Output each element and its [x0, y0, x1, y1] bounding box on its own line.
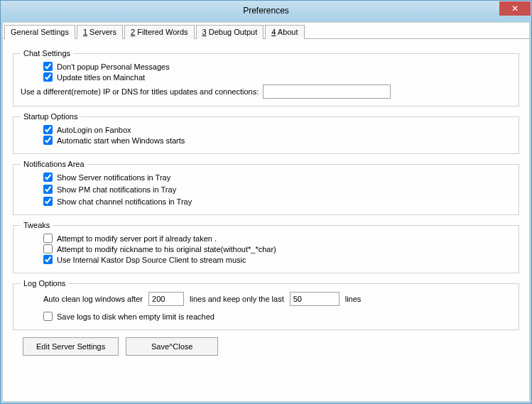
tab-servers[interactable]: 1 Servers	[77, 25, 123, 39]
tab-about[interactable]: 4 About	[265, 25, 304, 39]
titlebar: Preferences ✕	[1, 1, 531, 21]
checkbox-label: Attempt to modify nickname to his origin…	[57, 245, 276, 253]
checkbox-no-popup-pm[interactable]	[43, 62, 53, 71]
group-legend: Log Options	[21, 279, 68, 288]
tab-content: Chat Settings Don't popup Personal Messa…	[3, 42, 529, 363]
checkbox-update-titles[interactable]	[43, 72, 53, 82]
tab-filtered-words[interactable]: 2 Filtered Words	[124, 25, 195, 39]
preferences-window: Preferences ✕ General Settings 1 Servers…	[0, 0, 532, 404]
row-no-popup: Don't popup Personal Messages	[43, 62, 511, 71]
checkbox-notify-server[interactable]	[43, 173, 53, 182]
row-notify-server: Show Server notifications in Tray	[43, 173, 511, 182]
checkbox-label: Don't popup Personal Messages	[57, 62, 170, 71]
notifications-group: Notifications Area Show Server notificat…	[13, 160, 519, 215]
group-legend: Startup Options	[21, 112, 80, 121]
row-tweak-kastor: Use Internal Kastor Dsp Source Client to…	[43, 255, 511, 264]
log-keep-last-input[interactable]	[290, 292, 340, 306]
client-area: General Settings 1 Servers 2 Filtered Wo…	[2, 22, 530, 402]
checkbox-label: Automatic start when Windows starts	[57, 136, 185, 145]
checkbox-label: Save logs to disk when empty limit is re…	[57, 312, 215, 321]
checkbox-autologin[interactable]	[43, 125, 53, 134]
startup-options-group: Startup Options AutoLogin on Fanbox Auto…	[13, 112, 519, 154]
log-label-prefix: Auto clean log windows after	[43, 295, 143, 303]
row-log-save: Save logs to disk when empty limit is re…	[43, 312, 511, 321]
checkbox-tweak-kastor[interactable]	[43, 255, 53, 264]
tab-general-settings[interactable]: General Settings	[4, 25, 75, 39]
tabstrip: General Settings 1 Servers 2 Filtered Wo…	[3, 23, 529, 39]
row-autostart: Automatic start when Windows starts	[43, 136, 511, 145]
tab-label: Debug Output	[207, 28, 258, 36]
row-log-autoclean: Auto clean log windows after lines and k…	[43, 292, 511, 306]
row-tweak-nick: Attempt to modify nickname to his origin…	[43, 244, 511, 253]
close-icon: ✕	[511, 4, 519, 13]
checkbox-label: Show PM chat notifications in Tray	[57, 185, 176, 194]
button-row: Edit Server Settings Save^Close	[23, 337, 519, 356]
checkbox-tweak-port[interactable]	[43, 234, 53, 243]
checkbox-autostart[interactable]	[43, 136, 53, 145]
checkbox-tweak-nick[interactable]	[43, 244, 53, 253]
checkbox-label: AutoLogin on Fanbox	[57, 126, 131, 134]
ip-label: Use a different(remote) IP or DNS for ti…	[21, 87, 259, 96]
tab-label: Filtered Words	[135, 28, 188, 36]
row-remote-ip: Use a different(remote) IP or DNS for ti…	[21, 84, 511, 99]
chat-settings-group: Chat Settings Don't popup Personal Messa…	[13, 49, 519, 107]
checkbox-label: Show chat channel notifications in Tray	[57, 197, 192, 206]
checkbox-label: Update titles on Mainchat	[57, 73, 145, 82]
group-legend: Notifications Area	[21, 160, 87, 168]
checkbox-label: Use Internal Kastor Dsp Source Client to…	[57, 256, 246, 264]
close-button[interactable]: ✕	[499, 1, 531, 16]
log-options-group: Log Options Auto clean log windows after…	[13, 279, 519, 330]
checkbox-notify-pm[interactable]	[43, 185, 53, 194]
tab-label: Servers	[87, 28, 116, 36]
group-legend: Tweaks	[21, 221, 53, 229]
row-update-titles: Update titles on Mainchat	[43, 72, 511, 82]
remote-ip-input[interactable]	[263, 84, 391, 99]
checkbox-label: Show Server notifications in Tray	[57, 173, 170, 182]
tweaks-group: Tweaks Attempt to modify server port if …	[13, 221, 519, 273]
edit-server-settings-button[interactable]: Edit Server Settings	[23, 337, 119, 356]
group-legend: Chat Settings	[21, 49, 73, 58]
checkbox-log-save-disk[interactable]	[43, 312, 53, 321]
log-label-mid: lines and keep only the last	[190, 295, 284, 303]
tab-debug-output[interactable]: 3 Debug Output	[196, 25, 264, 39]
row-notify-channel: Show chat channel notifications in Tray	[43, 197, 511, 206]
log-lines-after-input[interactable]	[148, 292, 184, 306]
window-title: Preferences	[1, 6, 531, 16]
row-notify-pm: Show PM chat notifications in Tray	[43, 185, 511, 194]
log-label-suffix: lines	[345, 295, 362, 303]
checkbox-notify-channel[interactable]	[43, 197, 53, 206]
row-autologin: AutoLogin on Fanbox	[43, 125, 511, 134]
checkbox-label: Attempt to modify server port if already…	[57, 234, 217, 243]
row-tweak-port: Attempt to modify server port if already…	[43, 234, 511, 243]
tab-label: General Settings	[11, 28, 69, 36]
save-close-button[interactable]: Save^Close	[126, 337, 218, 356]
tab-label: About	[276, 28, 298, 36]
